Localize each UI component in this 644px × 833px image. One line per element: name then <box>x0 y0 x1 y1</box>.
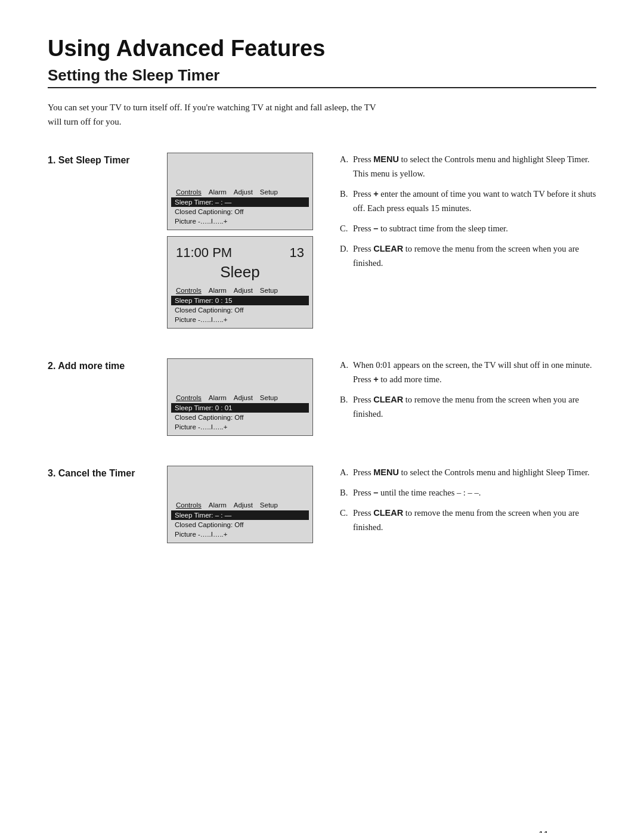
menu-row-cc-1a: Closed Captioning: Off <box>171 207 309 216</box>
menu-adjust-3: Adjust <box>230 501 256 509</box>
menu-row-pic-1a: Picture -…..I…..+ <box>171 216 309 226</box>
highlighted-row-3: Sleep Timer: – : — <box>171 510 309 520</box>
menu-controls-1a: Controls <box>172 188 205 196</box>
menu-row-cc-3: Closed Captioning: Off <box>171 520 309 529</box>
menu-controls-3: Controls <box>172 501 205 509</box>
step-1-row: 1. Set Sleep Timer Controls Alarm Adjust… <box>48 153 596 329</box>
step-1-label: 1. Set Sleep Timer <box>48 153 167 166</box>
page-wrapper: Using Advanced Features Setting the Slee… <box>48 36 596 833</box>
step-3-row: 3. Cancel the Timer Controls Alarm Adjus… <box>48 466 596 543</box>
step-2-label: 2. Add more time <box>48 358 167 371</box>
time-display-1b: 11:00 PM 13 <box>171 241 309 263</box>
page-title: Using Advanced Features <box>48 36 596 61</box>
menu-setup-1b: Setup <box>256 286 281 295</box>
intro-text: You can set your TV to turn itself off. … <box>48 100 382 129</box>
inst-1a: A. Press MENU to select the Controls men… <box>340 153 596 181</box>
page-number: 11 <box>538 829 549 833</box>
time-value-1b: 11:00 PM <box>176 245 232 261</box>
menu-alarm-3: Alarm <box>205 501 230 509</box>
menu-controls-2: Controls <box>172 394 205 402</box>
menu-adjust-1a: Adjust <box>230 188 256 196</box>
step-3-instructions: A. Press MENU to select the Controls men… <box>322 466 596 541</box>
highlighted-row-1b: Sleep Timer: 0 : 15 <box>171 296 309 305</box>
menu-row-pic-2: Picture -…..I…..+ <box>171 422 309 432</box>
inst-1b: B. Press + enter the amount of time you … <box>340 187 596 216</box>
menu-bar-1b: Controls Alarm Adjust Setup <box>171 286 309 295</box>
time-number-1b: 13 <box>290 245 304 261</box>
step-2-row: 2. Add more time Controls Alarm Adjust S… <box>48 358 596 436</box>
highlighted-row-2: Sleep Timer: 0 : 01 <box>171 403 309 413</box>
menu-row-cc-2: Closed Captioning: Off <box>171 413 309 422</box>
step-2-screens: Controls Alarm Adjust Setup Sleep Timer:… <box>167 358 322 436</box>
menu-adjust-2: Adjust <box>230 394 256 402</box>
step-1-instructions: A. Press MENU to select the Controls men… <box>322 153 596 276</box>
inst-3a: A. Press MENU to select the Controls men… <box>340 466 596 480</box>
menu-bar-3: Controls Alarm Adjust Setup <box>171 501 309 509</box>
menu-alarm-2: Alarm <box>205 394 230 402</box>
menu-alarm-1b: Alarm <box>205 286 230 295</box>
time-label-1b: Sleep <box>171 263 309 286</box>
step-3-screens: Controls Alarm Adjust Setup Sleep Timer:… <box>167 466 322 543</box>
step-1-screens: Controls Alarm Adjust Setup Sleep Timer:… <box>167 153 322 329</box>
step-2-instructions: A. When 0:01 appears on the screen, the … <box>322 358 596 428</box>
menu-row-cc-1b: Closed Captioning: Off <box>171 305 309 315</box>
screen-2: Controls Alarm Adjust Setup Sleep Timer:… <box>167 358 313 436</box>
step-3-label: 3. Cancel the Timer <box>48 466 167 479</box>
menu-row-pic-3: Picture -…..I…..+ <box>171 529 309 539</box>
menu-setup-1a: Setup <box>256 188 281 196</box>
menu-setup-2: Setup <box>256 394 281 402</box>
inst-2a: A. When 0:01 appears on the screen, the … <box>340 358 596 387</box>
section-content: 1. Set Sleep Timer Controls Alarm Adjust… <box>48 153 596 573</box>
menu-bar-1a: Controls Alarm Adjust Setup <box>171 188 309 196</box>
inst-1d: D. Press CLEAR to remove the menu from t… <box>340 242 596 271</box>
screen-1a: Controls Alarm Adjust Setup Sleep Timer:… <box>167 153 313 230</box>
menu-alarm-1a: Alarm <box>205 188 230 196</box>
menu-adjust-1b: Adjust <box>230 286 256 295</box>
screen-1b: 11:00 PM 13 Sleep Controls Alarm Adjust … <box>167 236 313 329</box>
highlighted-row-1a: Sleep Timer: – : — <box>171 197 309 207</box>
inst-3c: C. Press CLEAR to remove the menu from t… <box>340 506 596 535</box>
menu-controls-1b: Controls <box>172 286 205 295</box>
screen-3: Controls Alarm Adjust Setup Sleep Timer:… <box>167 466 313 543</box>
section-title: Setting the Sleep Timer <box>48 66 596 88</box>
inst-3b: B. Press – until the time reaches – : – … <box>340 486 596 500</box>
menu-setup-3: Setup <box>256 501 281 509</box>
inst-2b: B. Press CLEAR to remove the menu from t… <box>340 393 596 422</box>
menu-bar-2: Controls Alarm Adjust Setup <box>171 394 309 402</box>
inst-1c: C. Press – to subtract time from the sle… <box>340 222 596 236</box>
menu-row-pic-1b: Picture -…..I…..+ <box>171 315 309 324</box>
